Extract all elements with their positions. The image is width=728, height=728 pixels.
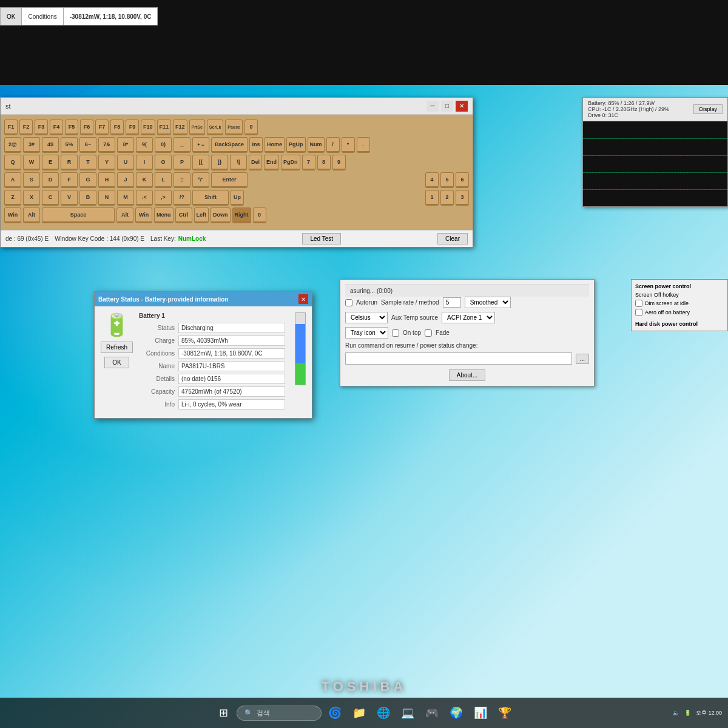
key-pgup[interactable]: PgUp	[286, 137, 306, 153]
key-c[interactable]: C	[42, 190, 59, 206]
taskbar-search-box[interactable]: 🔍 검색	[237, 706, 322, 721]
key-backspace[interactable]: BackSpace	[211, 137, 248, 153]
clear-button[interactable]: Clear	[437, 233, 468, 244]
taskbar-game-icon[interactable]: 🎮	[421, 702, 443, 724]
key-q[interactable]: Q	[4, 155, 21, 170]
on-top-checkbox[interactable]	[392, 329, 399, 337]
key-f4[interactable]: F4	[50, 120, 63, 135]
taskbar-edge-icon[interactable]: 🌐	[372, 702, 394, 724]
key-x[interactable]: X	[23, 190, 40, 206]
key-f[interactable]: F	[61, 172, 78, 188]
maximize-button[interactable]: □	[441, 101, 453, 112]
key-plus-equals[interactable]: + =	[192, 137, 209, 153]
key-w[interactable]: W	[23, 155, 40, 170]
key-num4[interactable]: 4	[425, 172, 439, 188]
battery-dialog-close[interactable]: ✕	[298, 294, 308, 304]
key-period[interactable]: ,>	[155, 190, 172, 206]
key-b[interactable]: B	[79, 190, 96, 206]
sample-rate-input[interactable]	[443, 297, 461, 308]
key-up[interactable]: Up	[231, 190, 244, 206]
ok-dialog-button[interactable]: OK	[104, 357, 129, 368]
key-i[interactable]: I	[136, 155, 153, 170]
key-f3[interactable]: F3	[35, 120, 48, 135]
key-o[interactable]: O	[155, 155, 172, 170]
taskbar-windows-icon[interactable]: ⊞	[212, 702, 234, 724]
key-left[interactable]: Left	[194, 207, 209, 223]
taskbar-computer-icon[interactable]: 💻	[397, 702, 419, 724]
taskbar-trophy-icon[interactable]: 🏆	[494, 702, 516, 724]
key-y[interactable]: Y	[98, 155, 115, 170]
taskbar-globe-icon[interactable]: 🌍	[445, 702, 467, 724]
taskbar-chart-icon[interactable]: 📊	[470, 702, 491, 724]
key-quote[interactable]: '\"	[192, 172, 209, 188]
key-s[interactable]: S	[23, 172, 40, 188]
key-a[interactable]: A	[4, 172, 21, 188]
key-num0[interactable]: 0	[253, 207, 266, 223]
key-num7[interactable]: 7	[302, 155, 315, 170]
led-test-button[interactable]: Led Test	[302, 233, 341, 244]
key-j[interactable]: J	[117, 172, 134, 188]
minimize-button[interactable]: ─	[426, 101, 439, 112]
about-button[interactable]: About...	[449, 369, 485, 381]
key-num3[interactable]: 3	[456, 190, 469, 206]
key-8star[interactable]: 8*	[117, 137, 134, 153]
key-alt-right[interactable]: Alt	[116, 207, 133, 223]
command-input[interactable]	[345, 352, 572, 365]
key-ctrl-right[interactable]: Ctrl	[175, 207, 192, 223]
key-f10[interactable]: F10	[141, 120, 155, 135]
display-button[interactable]: Display	[693, 104, 723, 114]
key-f7[interactable]: F7	[95, 120, 109, 135]
key-scrlk[interactable]: ScrLk	[207, 120, 223, 135]
key-numslash[interactable]: /	[326, 137, 340, 153]
browse-button[interactable]: ...	[576, 354, 589, 364]
key-2at[interactable]: 2@	[4, 137, 21, 153]
key-ins[interactable]: Ins	[249, 137, 263, 153]
key-end[interactable]: End	[264, 155, 279, 170]
key-9lparen[interactable]: 9(	[136, 137, 153, 153]
ok-button[interactable]: OK	[0, 7, 22, 25]
dim-screen-checkbox[interactable]	[635, 300, 642, 307]
key-enter[interactable]: Enter	[211, 172, 248, 188]
key-win[interactable]: Win	[4, 207, 21, 223]
key-k[interactable]: K	[136, 172, 153, 188]
autorun-checkbox[interactable]	[345, 299, 352, 306]
key-prtsc[interactable]: PrtSc	[189, 120, 205, 135]
key-z[interactable]: Z	[4, 190, 21, 206]
key-e[interactable]: E	[42, 155, 59, 170]
key-numstar[interactable]: *	[342, 137, 355, 153]
key-del[interactable]: Del	[249, 155, 262, 170]
key-f6[interactable]: F6	[80, 120, 93, 135]
key-n[interactable]: N	[98, 190, 115, 206]
key-t[interactable]: T	[79, 155, 96, 170]
key-lbracket[interactable]: [{	[192, 155, 209, 170]
key-p[interactable]: P	[174, 155, 190, 170]
key-num6[interactable]: 6	[456, 172, 469, 188]
aero-off-checkbox[interactable]	[635, 309, 642, 316]
key-semicolon[interactable]: ;:	[174, 172, 190, 188]
key-menu[interactable]: Menu	[154, 207, 174, 223]
key-m[interactable]: M	[117, 190, 134, 206]
key-win-right[interactable]: Win	[135, 207, 152, 223]
key-6tilde[interactable]: 6~	[79, 137, 96, 153]
key-f5[interactable]: F5	[65, 120, 78, 135]
key-num1[interactable]: 1	[425, 190, 439, 206]
taskbar-browser-icon[interactable]: 🌀	[324, 702, 346, 724]
key-0-fn[interactable]: 0	[244, 120, 258, 135]
key-r[interactable]: R	[61, 155, 78, 170]
key-h[interactable]: H	[98, 172, 115, 188]
key-num2[interactable]: 2	[440, 190, 454, 206]
key-4dollar[interactable]: 4$	[42, 137, 59, 153]
tray-icon-dropdown[interactable]: Tray icon	[345, 327, 388, 339]
key-alt-left[interactable]: Alt	[23, 207, 40, 223]
key-f9[interactable]: F9	[126, 120, 139, 135]
smoothed-dropdown[interactable]: Smoothed	[465, 297, 511, 308]
key-space[interactable]: Space	[42, 207, 115, 223]
key-num5[interactable]: 5	[440, 172, 454, 188]
fade-checkbox[interactable]	[425, 329, 432, 337]
key-numdot[interactable]: .	[357, 137, 370, 153]
key-down[interactable]: Down	[211, 207, 231, 223]
key-pause[interactable]: Pause	[225, 120, 243, 135]
key-pgdn[interactable]: PgDn	[281, 155, 300, 170]
key-rbracket[interactable]: ]}	[211, 155, 228, 170]
key-comma[interactable]: .<	[136, 190, 153, 206]
